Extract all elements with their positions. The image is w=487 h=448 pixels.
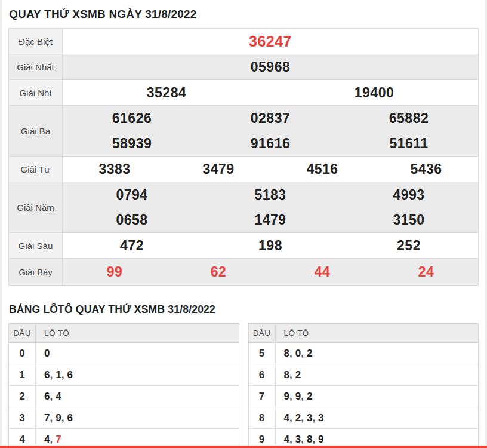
loto-values: 4,2,3,3 <box>276 407 324 428</box>
loto-number: 4 <box>284 412 289 424</box>
loto-col-header-loto: LÔ TÔ <box>36 329 69 337</box>
loto-values: 6,1,6 <box>36 364 73 385</box>
comma-separator: , <box>301 412 304 424</box>
prize-number: 472 <box>63 233 201 258</box>
prize-line: 589399161651611 <box>63 131 478 156</box>
loto-number: 0 <box>295 348 301 360</box>
loto-number: 7 <box>44 412 50 424</box>
loto-number: 7 <box>56 434 61 446</box>
prize-label: Đặc Biệt <box>9 29 63 54</box>
prize-label: Giải Sáu <box>9 233 63 258</box>
prize-number: 4516 <box>270 157 374 182</box>
comma-separator: , <box>289 348 292 360</box>
comma-separator: , <box>301 434 304 446</box>
results-table: Đặc Biệt36247Giải Nhất05968Giải Nhì35284… <box>8 28 479 286</box>
prize-number: 61626 <box>63 106 201 131</box>
loto-row: 37,9,6 <box>9 407 239 429</box>
prize-number: 5436 <box>374 157 478 182</box>
loto-row: 16,1,6 <box>9 364 239 386</box>
loto-head-digit: 3 <box>9 407 36 428</box>
loto-number: 6 <box>44 369 50 381</box>
prize-line: 99624424 <box>63 259 478 285</box>
comma-separator: , <box>50 369 53 381</box>
loto-head-digit: 8 <box>249 407 276 428</box>
comma-separator: , <box>61 412 64 424</box>
prize-row: Giải Năm079451834993065814793150 <box>9 182 478 233</box>
loto-values: 9,9,2 <box>276 386 313 407</box>
prize-number: 51611 <box>340 131 478 156</box>
loto-row: 68,2 <box>249 364 479 386</box>
prize-number: 3479 <box>167 157 270 182</box>
prize-line: 3383347945165436 <box>63 157 478 182</box>
prize-row: Giải Nhất05968 <box>9 54 478 80</box>
loto-number: 3 <box>295 434 301 446</box>
loto-number: 8 <box>284 369 289 381</box>
prize-row: Giải Tư3383347945165436 <box>9 157 478 182</box>
comma-separator: , <box>61 369 64 381</box>
loto-row: 26,4 <box>9 386 239 407</box>
loto-values: 7,9,6 <box>36 407 73 428</box>
prize-values: 3528419400 <box>63 80 478 105</box>
prize-values: 472198252 <box>63 233 478 258</box>
comma-separator: , <box>289 412 292 424</box>
loto-row: 58,0,2 <box>249 343 479 364</box>
loto-number: 8 <box>284 348 289 360</box>
prize-values: 99624424 <box>63 259 478 285</box>
prize-number: 24 <box>374 259 478 285</box>
prize-label: Giải Tư <box>9 157 63 182</box>
prize-line: 616260283765882 <box>63 106 478 131</box>
prize-values: 05968 <box>63 54 478 79</box>
prize-label: Giải Bảy <box>9 259 63 285</box>
comma-separator: , <box>50 434 53 446</box>
prize-number: 3383 <box>63 157 167 182</box>
loto-values: 6,4 <box>36 386 61 407</box>
comma-separator: , <box>312 434 315 446</box>
prize-values: 079451834993065814793150 <box>63 182 478 232</box>
prize-number: 0658 <box>63 207 201 232</box>
loto-values: 8,2 <box>276 364 301 385</box>
loto-number: 2 <box>295 412 301 424</box>
comma-separator: , <box>312 412 315 424</box>
prize-label: Giải Ba <box>9 106 63 156</box>
prize-label: Giải Nhì <box>9 80 63 105</box>
prize-number: 36247 <box>63 29 478 54</box>
comma-separator: , <box>50 391 53 403</box>
comma-separator: , <box>50 412 53 424</box>
comma-separator: , <box>301 348 304 360</box>
prize-number: 99 <box>63 259 167 285</box>
loto-table-right: ĐẦULÔ TÔ58,0,268,279,9,284,2,3,394,3,8,9 <box>248 323 479 448</box>
prize-row: Giải Bảy99624424 <box>9 259 478 285</box>
loto-col-header-dau: ĐẦU <box>9 324 36 342</box>
loto-row: 84,2,3,3 <box>249 407 479 429</box>
prize-line: 472198252 <box>63 233 478 258</box>
prize-number: 91616 <box>201 131 340 156</box>
prize-row: Giải Sáu472198252 <box>9 233 478 259</box>
prize-line: 065814793150 <box>63 207 478 232</box>
prize-number: 65882 <box>340 106 478 131</box>
comma-separator: , <box>289 434 292 446</box>
loto-number: 9 <box>295 391 301 403</box>
loto-values: 8,0,2 <box>276 343 313 364</box>
loto-values: 0 <box>36 343 50 364</box>
prize-number: 0794 <box>63 182 201 207</box>
footer-red-bar <box>0 446 487 448</box>
loto-number: 8 <box>307 434 312 446</box>
loto-head-digit: 0 <box>9 343 36 364</box>
loto-number: 0 <box>44 348 50 360</box>
loto-header-right: ĐẦULÔ TÔ <box>249 324 479 343</box>
loto-number: 3 <box>318 412 323 424</box>
loto-row: 79,9,2 <box>249 386 479 407</box>
prize-label: Giải Năm <box>9 182 63 232</box>
loto-head-digit: 6 <box>249 364 276 385</box>
loto-title: BẢNG LÔTÔ QUAY THỬ XSMB 31/8/2022 <box>8 286 479 323</box>
loto-number: 6 <box>44 391 50 403</box>
loto-number: 2 <box>307 391 312 403</box>
prize-row: Đặc Biệt36247 <box>9 29 478 54</box>
loto-head-digit: 5 <box>249 343 276 364</box>
loto-number: 2 <box>295 369 301 381</box>
comma-separator: , <box>289 369 292 381</box>
prize-number: 5183 <box>201 182 340 207</box>
prize-values: 616260283765882589399161651611 <box>63 106 478 156</box>
prize-number: 58939 <box>63 131 201 156</box>
prize-number: 44 <box>270 259 374 285</box>
